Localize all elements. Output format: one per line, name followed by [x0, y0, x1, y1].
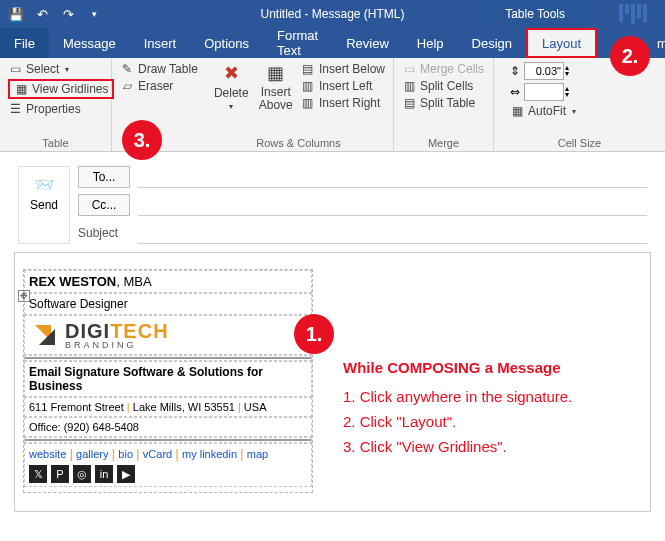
- merge-cells-button[interactable]: ▭Merge Cells: [402, 62, 484, 76]
- insert-above-icon: ▦: [267, 62, 284, 84]
- cc-button[interactable]: Cc...: [78, 194, 130, 216]
- cc-field[interactable]: [138, 194, 647, 216]
- row-height-field[interactable]: [524, 62, 564, 80]
- signature-logo-row[interactable]: DIGITECH BRANDING: [24, 315, 312, 355]
- signature-address-row[interactable]: 611 Fremont Street | Lake Mills, WI 5355…: [24, 397, 312, 417]
- instagram-icon[interactable]: ◎: [73, 465, 91, 483]
- properties-button[interactable]: ☰Properties: [8, 102, 114, 116]
- split-table-button[interactable]: ▤Split Table: [402, 96, 484, 110]
- tab-help[interactable]: Help: [403, 28, 458, 58]
- split-cells-button[interactable]: ▥Split Cells: [402, 79, 484, 93]
- draw-table-button[interactable]: ✎Draw Table: [120, 62, 198, 76]
- message-body[interactable]: REX WESTON, MBA Software Designer DIGITE…: [14, 252, 651, 512]
- col-width-input[interactable]: ⇔ ▴▾: [510, 83, 657, 101]
- context-tab-label: Table Tools: [485, 0, 585, 28]
- autofit-icon: ▦: [510, 104, 524, 118]
- col-width-field[interactable]: [524, 83, 564, 101]
- insert-left-button[interactable]: ▥Insert Left: [301, 79, 385, 93]
- merge-icon: ▭: [402, 62, 416, 76]
- tab-design[interactable]: Design: [458, 28, 526, 58]
- stepper-icon[interactable]: ▴▾: [565, 65, 569, 76]
- annotation-circle-1: 1.: [294, 314, 334, 354]
- subject-field[interactable]: [138, 222, 647, 244]
- send-button[interactable]: 📨 Send: [18, 166, 70, 244]
- save-icon[interactable]: 💾: [6, 4, 26, 24]
- link-gallery[interactable]: gallery: [76, 448, 108, 460]
- callout-line-1: 1. Click anywhere in the signature.: [343, 388, 632, 405]
- chevron-down-icon: ▾: [572, 107, 576, 116]
- group-label-merge: Merge: [402, 135, 485, 149]
- redo-icon[interactable]: ↷: [58, 4, 78, 24]
- callout-line-2: 2. Click "Layout".: [343, 413, 632, 430]
- autofit-button[interactable]: ▦AutoFit▾: [510, 104, 657, 118]
- pinterest-icon[interactable]: P: [51, 465, 69, 483]
- tab-options[interactable]: Options: [190, 28, 263, 58]
- insert-below-button[interactable]: ▤Insert Below: [301, 62, 385, 76]
- signature-tagline-row[interactable]: Email Signature Software & Solutions for…: [24, 361, 312, 397]
- insert-above-button[interactable]: ▦Insert Above: [256, 62, 294, 135]
- signature-name-row[interactable]: REX WESTON, MBA: [24, 270, 312, 293]
- tab-file[interactable]: File: [0, 28, 49, 58]
- group-rows-columns: ✖Delete▾ ▦Insert Above ▤Insert Below ▥In…: [204, 58, 394, 151]
- logo-mark-icon: [29, 319, 61, 351]
- delete-button[interactable]: ✖Delete▾: [212, 62, 250, 135]
- signature-phone-row[interactable]: Office: (920) 648-5408: [24, 417, 312, 437]
- link-linkedin[interactable]: my linkedin: [182, 448, 237, 460]
- group-label-table: Table: [8, 135, 103, 149]
- cursor-icon: ▭: [8, 62, 22, 76]
- group-label-rows-cols: Rows & Columns: [212, 135, 385, 149]
- split-cells-icon: ▥: [402, 79, 416, 93]
- pencil-icon: ✎: [120, 62, 134, 76]
- subject-label: Subject: [78, 226, 130, 240]
- qat-dropdown-icon[interactable]: ▾: [84, 4, 104, 24]
- annotation-circle-3: 3.: [122, 120, 162, 160]
- group-table: ▭Select▾ ▦View Gridlines ☰Properties Tab…: [0, 58, 112, 151]
- row-height-icon: ⇕: [510, 64, 520, 78]
- link-vcard[interactable]: vCard: [143, 448, 172, 460]
- signature-table[interactable]: REX WESTON, MBA Software Designer DIGITE…: [23, 269, 313, 493]
- properties-icon: ☰: [8, 102, 22, 116]
- stepper-icon[interactable]: ▴▾: [565, 86, 569, 97]
- to-field[interactable]: [138, 166, 647, 188]
- annotation-circle-2: 2.: [610, 36, 650, 76]
- insert-below-icon: ▤: [301, 62, 315, 76]
- link-bio[interactable]: bio: [118, 448, 133, 460]
- col-width-icon: ⇔: [510, 85, 520, 99]
- insert-right-button[interactable]: ▥Insert Right: [301, 96, 385, 110]
- linkedin-icon[interactable]: in: [95, 465, 113, 483]
- decorative-stripes: [619, 4, 647, 24]
- twitter-icon[interactable]: 𝕏: [29, 465, 47, 483]
- to-button[interactable]: To...: [78, 166, 130, 188]
- delete-x-icon: ✖: [224, 62, 239, 84]
- callout-line-3: 3. Click "View Gridlines".: [343, 438, 632, 455]
- compose-header: 📨 Send To... Cc... Subject: [0, 152, 665, 244]
- menubar: File Message Insert Options Format Text …: [0, 28, 665, 58]
- select-button[interactable]: ▭Select▾: [8, 62, 114, 76]
- split-table-icon: ▤: [402, 96, 416, 110]
- signature-title-row[interactable]: Software Designer: [24, 293, 312, 315]
- table-move-handle-icon[interactable]: ✥: [18, 290, 30, 302]
- quick-access-toolbar: 💾 ↶ ↷ ▾: [0, 4, 104, 24]
- eraser-button[interactable]: ▱Eraser: [120, 79, 198, 93]
- ribbon: ▭Select▾ ▦View Gridlines ☰Properties Tab…: [0, 58, 665, 152]
- youtube-icon[interactable]: ▶: [117, 465, 135, 483]
- callout-heading: While COMPOSING a Message: [343, 359, 632, 376]
- view-gridlines-button[interactable]: ▦View Gridlines: [8, 79, 114, 99]
- link-map[interactable]: map: [247, 448, 268, 460]
- group-merge: ▭Merge Cells ▥Split Cells ▤Split Table M…: [394, 58, 494, 151]
- tab-format-text[interactable]: Format Text: [263, 28, 332, 58]
- window-title: Untitled - Message (HTML): [260, 7, 404, 21]
- signature-links-row[interactable]: website | gallery | bio | vCard | my lin…: [24, 443, 312, 487]
- insert-right-icon: ▥: [301, 96, 315, 110]
- undo-icon[interactable]: ↶: [32, 4, 52, 24]
- chevron-down-icon: ▾: [65, 65, 69, 74]
- eraser-icon: ▱: [120, 79, 134, 93]
- link-website[interactable]: website: [29, 448, 66, 460]
- tab-layout[interactable]: Layout: [526, 28, 597, 58]
- tab-insert[interactable]: Insert: [130, 28, 191, 58]
- tab-review[interactable]: Review: [332, 28, 403, 58]
- send-icon: 📨: [34, 175, 54, 194]
- instruction-callouts: While COMPOSING a Message 1. Click anywh…: [343, 269, 632, 493]
- titlebar: 💾 ↶ ↷ ▾ Untitled - Message (HTML) Table …: [0, 0, 665, 28]
- tab-message[interactable]: Message: [49, 28, 130, 58]
